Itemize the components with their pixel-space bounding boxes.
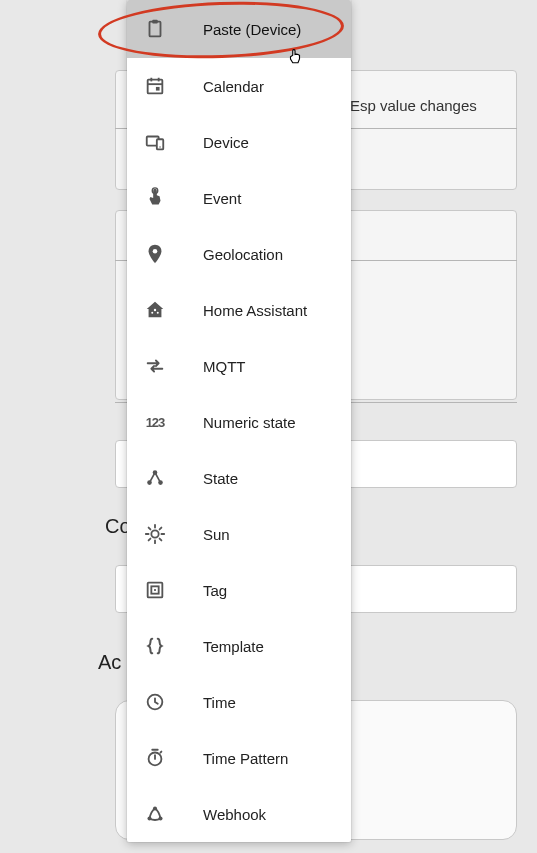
menu-item-label: Numeric state: [203, 414, 296, 431]
svg-line-25: [149, 539, 151, 541]
svg-rect-29: [154, 589, 156, 591]
menu-item-state[interactable]: State: [127, 450, 351, 506]
gesture-tap-icon: [143, 186, 167, 210]
svg-line-23: [149, 528, 151, 530]
menu-item-label: Sun: [203, 526, 230, 543]
clipboard-paste-icon: [143, 17, 167, 41]
menu-item-label: State: [203, 470, 238, 487]
menu-item-label: Time: [203, 694, 236, 711]
state-machine-icon: [143, 466, 167, 490]
trigger-type-menu: Paste (Device) Calendar Device: [127, 0, 351, 842]
menu-item-sun[interactable]: Sun: [127, 506, 351, 562]
menu-item-time[interactable]: Time: [127, 674, 351, 730]
svg-rect-6: [156, 87, 160, 91]
menu-item-label: Calendar: [203, 78, 264, 95]
menu-item-label: Event: [203, 190, 241, 207]
menu-item-template[interactable]: Template: [127, 618, 351, 674]
menu-item-label: Home Assistant: [203, 302, 307, 319]
devices-icon: [143, 130, 167, 154]
menu-item-mqtt[interactable]: MQTT: [127, 338, 351, 394]
svg-point-9: [159, 146, 160, 147]
svg-rect-2: [148, 80, 163, 94]
sun-icon: [143, 522, 167, 546]
timer-icon: [143, 746, 167, 770]
svg-rect-1: [152, 20, 158, 24]
menu-item-webhook[interactable]: Webhook: [127, 786, 351, 842]
menu-item-label: Webhook: [203, 806, 266, 823]
svg-line-26: [160, 528, 162, 530]
menu-item-calendar[interactable]: Calendar: [127, 58, 351, 114]
menu-item-label: Template: [203, 638, 264, 655]
menu-item-label: Paste (Device): [203, 21, 301, 38]
menu-item-home-assistant[interactable]: Home Assistant: [127, 282, 351, 338]
menu-item-event[interactable]: Event: [127, 170, 351, 226]
numeric-icon: 123: [143, 410, 167, 434]
svg-point-11: [153, 249, 158, 254]
menu-item-time-pattern[interactable]: Time Pattern: [127, 730, 351, 786]
nfc-tag-icon: [143, 578, 167, 602]
code-braces-icon: [143, 634, 167, 658]
home-assistant-icon: [143, 298, 167, 322]
menu-item-label: MQTT: [203, 358, 246, 375]
svg-point-14: [157, 312, 159, 314]
svg-point-18: [151, 530, 158, 537]
webhook-icon: [143, 802, 167, 826]
menu-item-tag[interactable]: Tag: [127, 562, 351, 618]
menu-item-device[interactable]: Device: [127, 114, 351, 170]
svg-point-12: [154, 309, 156, 311]
swap-horizontal-icon: [143, 354, 167, 378]
svg-point-13: [151, 312, 153, 314]
menu-item-paste-device[interactable]: Paste (Device): [127, 0, 351, 58]
svg-rect-8: [157, 139, 163, 149]
menu-item-numeric-state[interactable]: 123 Numeric state: [127, 394, 351, 450]
calendar-icon: [143, 74, 167, 98]
menu-item-label: Tag: [203, 582, 227, 599]
menu-item-label: Geolocation: [203, 246, 283, 263]
svg-rect-0: [150, 22, 161, 37]
menu-item-geolocation[interactable]: Geolocation: [127, 226, 351, 282]
actions-heading-truncated: Ac: [98, 651, 121, 674]
menu-item-label: Device: [203, 134, 249, 151]
clock-icon: [143, 690, 167, 714]
existing-trigger-label: Esp value changes: [350, 97, 477, 114]
map-marker-icon: [143, 242, 167, 266]
svg-line-24: [160, 539, 162, 541]
menu-item-label: Time Pattern: [203, 750, 288, 767]
